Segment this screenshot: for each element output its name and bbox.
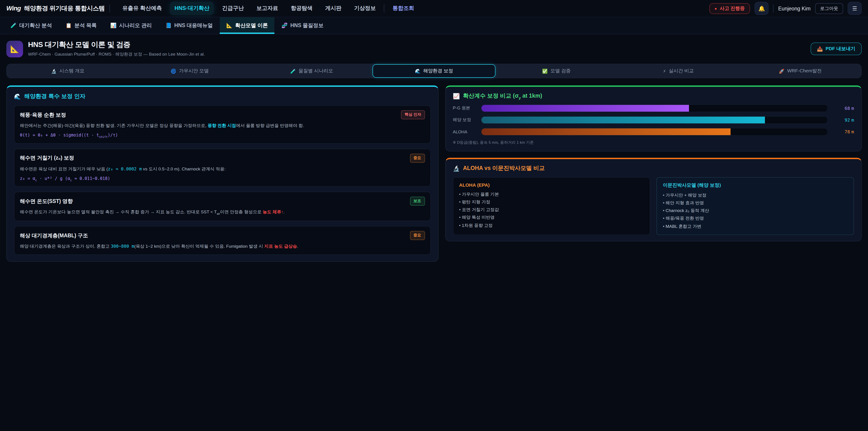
panel-title-text: 해양환경 특수 보정 인자 <box>24 93 86 100</box>
list-item: 표면 거칠기 고정값 <box>459 206 644 214</box>
page-header: 📐 HNS 대기확산 모델 이론 및 검증 WRF-Chem · Gaussia… <box>0 34 868 61</box>
cyclone-icon: 🌀 <box>170 68 176 73</box>
leemoonjin-model-title: 이문진박사모델 (해양 보정) <box>663 182 848 188</box>
leemoonjin-feature-list: 가우시안 + 해양 보정 해안 지형 효과 반영 Charnock z₀ 동적 … <box>663 191 848 230</box>
factor-formula: θ(t) = θ₀ + Δθ · sigmoid((t - tshift)/τ) <box>20 132 425 139</box>
nav-item-rescue[interactable]: 긴급구난 <box>218 2 248 15</box>
factor-description: 해수면은 육상 대비 표면 거칠기가 매우 낮음 (z₀ ≈ 0.0002 m … <box>20 166 425 173</box>
bar-label: ALOHA <box>453 129 476 134</box>
factor-badge: 중요 <box>410 153 425 162</box>
wave-icon: 🌊 <box>415 68 421 73</box>
chart-title: 📈 확산계수 보정 비교 (σy at 1km) <box>453 92 854 100</box>
tab-wrf-chem[interactable]: 🚀 WRF-Chem발전 <box>739 64 861 78</box>
bar-chart-icon: 📊 <box>110 23 116 29</box>
pdf-export-button[interactable]: 📥 PDF 내보내기 <box>811 42 862 55</box>
bar-label: 해양 보정 <box>453 117 476 123</box>
sub-navbar: 🧪 대기확산 분석 📋 분석 목록 📊 시나리오 관리 📘 HNS 대응매뉴얼 … <box>0 17 868 34</box>
logout-button[interactable]: 로그아웃 <box>815 3 843 14</box>
chart-title-text: 확산계수 보정 비교 (σy at 1km) <box>463 92 542 100</box>
incident-dot-icon: ● <box>715 6 717 11</box>
subtab-label: HNS 대응매뉴얼 <box>174 22 213 29</box>
book-icon: 📘 <box>165 23 172 29</box>
subtab-analysis-list[interactable]: 📋 분석 목록 <box>59 17 103 34</box>
factor-description: 해양 대기경계층은 육상과 구조가 상이. 혼합고 300~800 m(육상 1… <box>20 243 425 250</box>
tab-label: 실시간 비교 <box>669 68 694 74</box>
page-title-block: HNS 대기확산 모델 이론 및 검증 WRF-Chem · Gaussian … <box>28 40 205 57</box>
incident-status-badge[interactable]: ● 사고 진행중 <box>709 3 750 14</box>
tab-gaussian-model[interactable]: 🌀 가우시안 모델 <box>129 64 250 78</box>
factor-badge: 중요 <box>410 231 425 240</box>
nav-item-weather[interactable]: 기상정보 <box>350 2 380 15</box>
list-item: 해풍/육풍 전환 반영 <box>663 214 848 222</box>
dna-icon: 🧬 <box>281 23 287 29</box>
subtab-scenario-management[interactable]: 📊 시나리오 관리 <box>103 17 159 34</box>
factor-badge: 보조 <box>410 197 425 206</box>
subtab-label: HNS 물질정보 <box>290 22 323 29</box>
factor-card-header: 해상 대기경계층(MABL) 구조 중요 <box>20 231 425 240</box>
factor-title: 해수면 온도(SST) 영향 <box>20 198 73 205</box>
list-item: MABL 혼합고 가변 <box>663 222 848 230</box>
factor-title: 해풍·육풍 순환 보정 <box>20 112 66 118</box>
dispersion-coefficient-chart-panel: 📈 확산계수 보정 비교 (σy at 1km) P-G 원본 68m 해양 보… <box>445 86 862 151</box>
bar-label: P-G 원본 <box>453 105 476 111</box>
factor-card-header: 해수면 거칠기 (z₀) 보정 중요 <box>20 153 425 162</box>
nav-item-board[interactable]: 게시판 <box>321 2 346 15</box>
triangle-ruler-icon: 📐 <box>226 23 232 29</box>
bar-value: 92m <box>832 117 854 122</box>
app-title: 해양환경 위기대응 통합시스템 <box>24 4 105 12</box>
aloha-model-box: ALOHA (EPA) 가우시안 플룸 기본 평탄 지형 가정 표면 거칠기 고… <box>453 177 650 235</box>
tab-model-validation[interactable]: ✅ 모델 검증 <box>495 64 617 78</box>
bar-value: 68m <box>832 105 854 111</box>
download-icon: 📥 <box>817 46 823 52</box>
divider <box>109 4 110 12</box>
chart-increasing-icon: 📈 <box>453 93 460 100</box>
tab-label: 모델 검증 <box>550 68 571 74</box>
nav-item-hns-dispersion[interactable]: HNS·대기확산 <box>170 2 214 15</box>
nav-item-integrated-search[interactable]: 통합조회 <box>388 2 419 15</box>
subtab-hns-substance-info[interactable]: 🧬 HNS 물질정보 <box>275 17 330 34</box>
marine-correction-panel: 🌊 해양환경 특수 보정 인자 해풍·육풍 순환 보정 핵심 인자 해안에서는 … <box>6 86 438 262</box>
tab-label: 가우시안 모델 <box>179 68 209 74</box>
pdf-export-label: PDF 내보내기 <box>826 45 855 52</box>
subtab-model-theory[interactable]: 📐 확산모델 이론 <box>219 17 275 34</box>
bar-track <box>481 116 828 124</box>
bar-row-marine-corrected: 해양 보정 92m <box>453 116 854 124</box>
comparison-title-text: ALOHA vs 이문진박사모델 비교 <box>463 164 545 172</box>
factor-title: 해수면 거칠기 (z₀) 보정 <box>20 155 74 161</box>
subtab-hns-manual[interactable]: 📘 HNS 대응매뉴얼 <box>159 17 219 34</box>
factor-card-sst: 해수면 온도(SST) 영향 보조 해수면 온도가 기온보다 높으면 열적 불안… <box>14 192 431 221</box>
tab-label: 시스템 개요 <box>59 68 85 74</box>
subtab-dispersion-analysis[interactable]: 🧪 대기확산 분석 <box>4 17 59 34</box>
clipboard-icon: 📋 <box>66 23 72 29</box>
subtab-label: 분석 목록 <box>74 22 96 29</box>
tab-realtime-comparison[interactable]: ⚡ 실시간 비교 <box>617 64 739 78</box>
subtab-label: 확산모델 이론 <box>235 22 268 29</box>
check-icon: ✅ <box>542 68 548 73</box>
section-tabbar: 🔬 시스템 개요 🌀 가우시안 모델 🧪 물질별 시나리오 🌊 해양환경 보정 … <box>6 64 862 78</box>
nav-item-reports[interactable]: 보고자료 <box>252 2 283 15</box>
top-navbar: Wing 해양환경 위기대응 통합시스템 유출유 확산예측 HNS·대기확산 긴… <box>0 0 868 17</box>
tab-marine-correction[interactable]: 🌊 해양환경 보정 <box>373 64 495 78</box>
page-icon-box: 📐 <box>6 40 23 57</box>
hamburger-icon: ☰ <box>852 5 857 11</box>
factor-card-header: 해풍·육풍 순환 보정 핵심 인자 <box>20 110 425 119</box>
page-subtitle: WRF-Chem · Gaussian Plume/Puff · ROMS · … <box>28 52 205 57</box>
main-content: 🌊 해양환경 특수 보정 인자 해풍·육풍 순환 보정 핵심 인자 해안에서는 … <box>0 78 868 262</box>
hamburger-menu-button[interactable]: ☰ <box>848 2 862 15</box>
factor-title: 해상 대기경계층(MABL) 구조 <box>20 232 88 239</box>
factor-badge: 핵심 인자 <box>401 110 425 119</box>
right-column: 📈 확산계수 보정 비교 (σy at 1km) P-G 원본 68m 해양 보… <box>445 86 862 241</box>
tab-substance-scenarios[interactable]: 🧪 물질별 시나리오 <box>251 64 373 78</box>
bar-fill-marine-corrected <box>481 116 765 123</box>
bar-track <box>481 104 828 112</box>
app-root: Wing 해양환경 위기대응 통합시스템 유출유 확산예측 HNS·대기확산 긴… <box>0 0 868 431</box>
list-item: 평탄 지형 가정 <box>459 198 644 206</box>
nav-item-aerial-search[interactable]: 항공탐색 <box>286 2 317 15</box>
notification-bell-button[interactable]: 🔔 <box>755 2 769 15</box>
nav-item-oil-spill[interactable]: 유출유 확산예측 <box>118 2 166 15</box>
tab-label: 해양환경 보정 <box>423 68 453 74</box>
rocket-icon: 🚀 <box>779 68 784 73</box>
model-comparison-panel: 🔬 ALOHA vs 이문진박사모델 비교 ALOHA (EPA) 가우시안 플… <box>445 157 862 241</box>
factor-description: 해안에서는 주간(해풍)·야간(육풍) 풍향 전환 발생. 기존 가우시안 모델… <box>20 123 425 129</box>
tab-system-overview[interactable]: 🔬 시스템 개요 <box>7 64 129 78</box>
